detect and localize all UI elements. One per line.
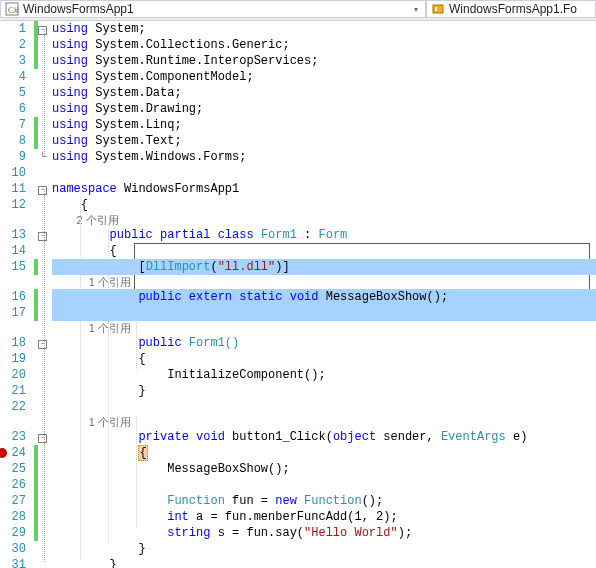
line-number-gutter: 1 2 3 4 5 6 7 8 9 10 11 12 13 14 15 16 1… xyxy=(6,21,34,568)
code-line[interactable]: int a = fun.menberFuncAdd(1, 2); xyxy=(52,509,596,525)
code-line[interactable]: using System.Collections.Generic; xyxy=(52,37,596,53)
navigation-bar: C# WindowsFormsApp1 ▾ WindowsFormsApp1.F… xyxy=(0,0,596,21)
outlining-gutter[interactable]: - - - - - xyxy=(38,21,52,568)
codelens-references[interactable]: 2 个引用 xyxy=(52,213,596,227)
fold-toggle-icon[interactable]: - xyxy=(38,434,47,443)
code-line[interactable]: Function fun = new Function(); xyxy=(52,493,596,509)
code-line[interactable]: using System.Drawing; xyxy=(52,101,596,117)
fold-toggle-icon[interactable]: - xyxy=(38,26,47,35)
code-line[interactable] xyxy=(52,305,596,321)
code-line[interactable]: { xyxy=(52,197,596,213)
codelens-references[interactable]: 1 个引用 xyxy=(52,415,596,429)
chevron-down-icon: ▾ xyxy=(411,5,421,14)
code-line[interactable]: { xyxy=(52,351,596,367)
code-line[interactable]: { xyxy=(52,243,596,259)
scope-left-label: WindowsFormsApp1 xyxy=(23,2,411,16)
code-line[interactable]: } xyxy=(52,557,596,568)
fold-toggle-icon[interactable]: - xyxy=(38,232,47,241)
scope-dropdown-left[interactable]: C# WindowsFormsApp1 ▾ xyxy=(0,0,426,18)
svg-rect-2 xyxy=(433,5,443,13)
code-line[interactable]: using System.Data; xyxy=(52,85,596,101)
code-line[interactable] xyxy=(52,477,596,493)
fold-toggle-icon[interactable]: - xyxy=(38,340,47,349)
code-line[interactable]: public extern static void MessageBoxShow… xyxy=(52,289,596,305)
method-icon xyxy=(431,2,445,16)
code-line[interactable]: public partial class Form1 : Form xyxy=(52,227,596,243)
code-line[interactable]: using System; xyxy=(52,21,596,37)
scope-dropdown-right[interactable]: WindowsFormsApp1.Fo xyxy=(426,0,596,18)
code-line[interactable]: string s = fun.say("Hello World"); xyxy=(52,525,596,541)
code-line[interactable]: private void button1_Click(object sender… xyxy=(52,429,596,445)
svg-text:C#: C# xyxy=(8,5,19,15)
code-line[interactable] xyxy=(52,399,596,415)
code-line[interactable]: namespace WindowsFormsApp1 xyxy=(52,181,596,197)
fold-toggle-icon[interactable]: - xyxy=(38,186,47,195)
code-editor[interactable]: 1 2 3 4 5 6 7 8 9 10 11 12 13 14 15 16 1… xyxy=(0,21,596,568)
code-line[interactable]: using System.ComponentModel; xyxy=(52,69,596,85)
code-line[interactable]: using System.Runtime.InteropServices; xyxy=(52,53,596,69)
code-line[interactable]: using System.Text; xyxy=(52,133,596,149)
code-line[interactable]: using System.Linq; xyxy=(52,117,596,133)
svg-rect-3 xyxy=(435,7,437,11)
csharp-file-icon: C# xyxy=(5,2,19,16)
code-text-area[interactable]: using System; using System.Collections.G… xyxy=(52,21,596,568)
codelens-references[interactable]: 1 个引用 xyxy=(52,321,596,335)
code-line[interactable]: [DllImport("ll.dll")] xyxy=(52,259,596,275)
code-line[interactable]: } xyxy=(52,383,596,399)
code-line[interactable]: public Form1() xyxy=(52,335,596,351)
code-line[interactable]: MessageBoxShow(); xyxy=(52,461,596,477)
code-line[interactable]: { xyxy=(52,445,596,461)
code-line[interactable]: InitializeComponent(); xyxy=(52,367,596,383)
code-line[interactable] xyxy=(52,165,596,181)
scope-right-label: WindowsFormsApp1.Fo xyxy=(449,2,591,16)
code-line[interactable]: using System.Windows.Forms; xyxy=(52,149,596,165)
code-line[interactable]: } xyxy=(52,541,596,557)
codelens-references[interactable]: 1 个引用 xyxy=(52,275,596,289)
